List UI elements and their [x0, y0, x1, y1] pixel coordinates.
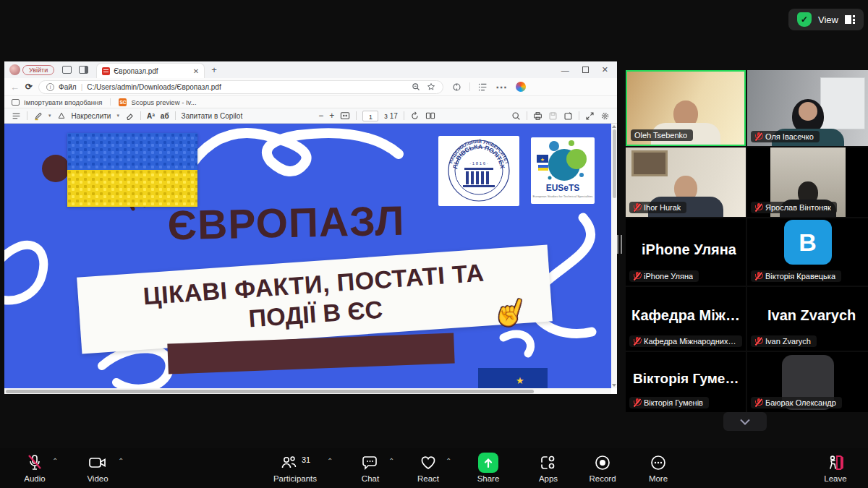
translate-button[interactable]: аб: [161, 112, 169, 120]
chevron-down-icon: [739, 419, 751, 425]
zoom-in-button[interactable]: +: [329, 111, 334, 121]
participant-tile[interactable]: Баюрак Олександр: [747, 352, 868, 412]
zoom-out-page-icon[interactable]: [412, 82, 420, 91]
react-options-chevron[interactable]: ⌃: [446, 457, 451, 465]
eraser-icon[interactable]: [125, 111, 135, 121]
rotate-icon[interactable]: [410, 111, 420, 121]
workspaces-icon[interactable]: [62, 66, 72, 74]
pdf-content-area: НАЦІОНАЛЬНИЙ УНІВЕРСИТЕТ ЛЬВІВСЬКА ПОЛІТ…: [4, 124, 617, 394]
draw-icon[interactable]: [57, 111, 66, 120]
participants-icon: [280, 455, 297, 471]
pdf-horizontal-scrollbar[interactable]: [4, 388, 611, 394]
pdf-vertical-scrollbar[interactable]: [611, 124, 617, 388]
save-as-icon[interactable]: [563, 111, 573, 121]
audio-options-chevron[interactable]: ⌃: [52, 457, 58, 465]
page-number-input[interactable]: 1: [362, 111, 378, 121]
participant-tile[interactable]: Oleh Tsebenko: [626, 70, 746, 146]
bookmark-scopus[interactable]: Scopus preview - Iv...: [131, 98, 196, 106]
decor-circle: [42, 155, 69, 182]
participant-tile[interactable]: В Вікторія Кравецька: [747, 218, 868, 286]
vertical-tabs-icon[interactable]: [79, 66, 88, 74]
share-button[interactable]: Share: [459, 453, 517, 483]
participant-tile[interactable]: Ivan Zvarych Ivan Zvarych: [747, 287, 868, 351]
scopus-favicon: SC: [119, 98, 127, 106]
draw-label[interactable]: Накреслити: [72, 112, 111, 120]
participant-tile[interactable]: Ihor Hurak: [626, 147, 746, 217]
fit-width-icon[interactable]: [340, 111, 350, 120]
zoom-out-button[interactable]: −: [318, 111, 323, 121]
read-aloud-button[interactable]: Aª: [147, 112, 155, 120]
heart-icon: [420, 455, 437, 471]
table-of-contents-icon[interactable]: [12, 111, 21, 121]
record-button[interactable]: Record: [574, 453, 631, 483]
share-arrow-icon: [483, 457, 493, 468]
participant-tile[interactable]: Вікторія Гуменів Вікторія Гуменів: [626, 352, 746, 412]
signin-button[interactable]: Увійти: [22, 65, 54, 75]
fullscreen-icon[interactable]: [585, 111, 595, 121]
participant-tile[interactable]: Оля Івасечко: [747, 70, 868, 146]
save-icon[interactable]: [548, 111, 558, 121]
chat-options-chevron[interactable]: ⌃: [388, 457, 394, 465]
shared-screen-browser: Увійти Європазл.pdf ✕ + — ✕ ← ⟳ i Файл |: [4, 61, 617, 394]
tab-close-icon[interactable]: ✕: [193, 67, 199, 75]
collapse-gallery-button[interactable]: [723, 412, 767, 431]
participant-name: Ivan Zvarych: [765, 337, 811, 346]
print-icon[interactable]: [533, 111, 542, 121]
zoom-meeting-window: ✓ View Увійти Європазл.pdf ✕ + — ✕ ←: [0, 0, 868, 488]
browser-profile-avatar[interactable]: [9, 64, 20, 75]
ask-copilot-button[interactable]: Запитати в Copilot: [182, 112, 243, 120]
participants-count-badge: 31: [302, 455, 310, 464]
more-label: More: [649, 474, 668, 483]
browser-essentials-icon[interactable]: [452, 82, 461, 92]
reload-button[interactable]: ⟳: [25, 82, 33, 92]
ukraine-flag-image: [67, 133, 197, 207]
favorites-list-icon[interactable]: [478, 82, 488, 92]
browser-menu-icon[interactable]: ⋯: [495, 80, 508, 94]
apps-label: Apps: [539, 474, 558, 483]
favorite-star-icon[interactable]: [427, 82, 435, 91]
chevron-down-icon[interactable]: ▾: [116, 113, 119, 119]
security-shield-icon: ✓: [797, 12, 812, 27]
search-icon[interactable]: [511, 111, 521, 121]
settings-gear-icon[interactable]: [600, 111, 610, 121]
video-options-chevron[interactable]: ⌃: [118, 457, 124, 465]
participant-name: Ярослав Вінтоняк: [765, 203, 831, 212]
chevron-down-icon[interactable]: ▾: [48, 113, 51, 119]
window-maximize-button[interactable]: [582, 67, 589, 73]
participant-name: Вікторія Кравецька: [765, 272, 835, 281]
browser-tab-strip: Увійти Європазл.pdf ✕ + — ✕: [4, 61, 617, 78]
participants-button[interactable]: 31 Participants: [266, 453, 324, 483]
page-info-icon[interactable]: i: [46, 83, 54, 91]
window-minimize-button[interactable]: —: [561, 66, 569, 74]
panel-resize-handle[interactable]: [617, 235, 622, 254]
leave-label: Leave: [824, 474, 846, 483]
copilot-icon[interactable]: [516, 82, 526, 92]
muted-mic-icon: [754, 132, 762, 141]
participant-name: Кафедра Міжнародних в...: [644, 337, 736, 346]
url-text: C:/Users/admin/Downloads/Європазл.pdf: [87, 83, 221, 91]
muted-mic-icon: [27, 454, 43, 471]
apps-icon: [540, 455, 557, 471]
bookmark-import-favorites[interactable]: Імпортувати вподобання: [24, 98, 102, 106]
back-button[interactable]: ←: [10, 82, 20, 93]
page-view-icon[interactable]: [425, 111, 435, 120]
leave-button[interactable]: Leave: [807, 453, 864, 483]
window-close-button[interactable]: ✕: [602, 65, 608, 74]
participants-options-chevron[interactable]: ⌃: [327, 457, 333, 465]
browser-tab[interactable]: Європазл.pdf ✕: [96, 63, 205, 78]
presentation-slide: НАЦІОНАЛЬНИЙ УНІВЕРСИТЕТ ЛЬВІВСЬКА ПОЛІТ…: [4, 124, 611, 388]
pdf-file-icon: [102, 67, 110, 75]
highlighter-icon[interactable]: [33, 111, 43, 121]
url-scheme-label: Файл: [59, 83, 77, 91]
participant-tile[interactable]: iPhone Уляна iPhone Уляна: [626, 218, 746, 286]
muted-mic-icon: [633, 398, 641, 407]
url-field[interactable]: i Файл | C:/Users/admin/Downloads/Європа…: [38, 80, 443, 94]
participant-tile[interactable]: Ярослав Вінтоняк: [747, 147, 868, 217]
chat-label: Chat: [362, 474, 379, 483]
share-label: Share: [477, 474, 500, 483]
view-control[interactable]: ✓ View: [788, 9, 864, 30]
apps-button[interactable]: Apps: [519, 453, 577, 483]
participant-tile[interactable]: Кафедра Міжн... Кафедра Міжнародних в...: [626, 287, 746, 351]
new-tab-button[interactable]: +: [211, 64, 217, 75]
more-button[interactable]: More: [629, 453, 687, 483]
